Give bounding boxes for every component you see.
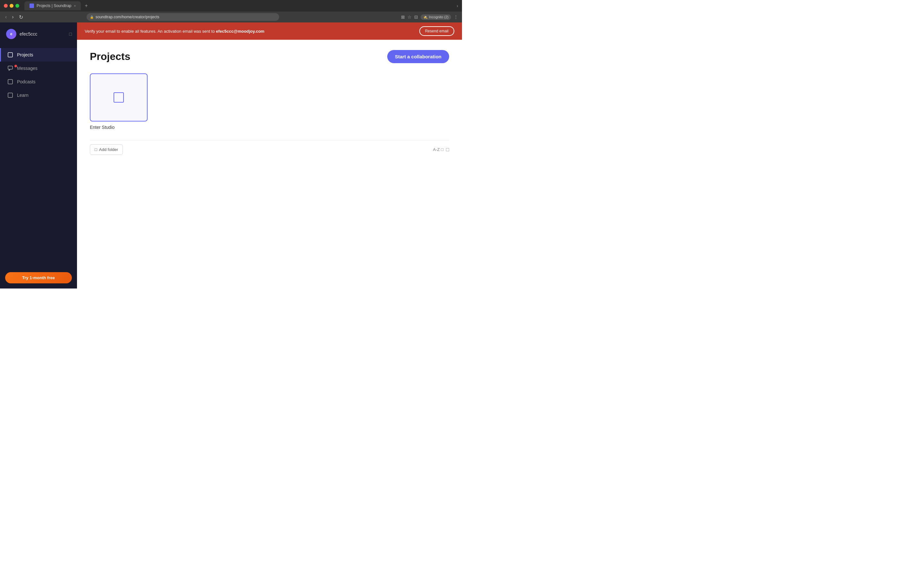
learn-label: Learn	[17, 93, 29, 98]
banner-email: efec5ccc@moodjoy.com	[216, 29, 264, 34]
tab-chevron: ›	[457, 3, 458, 8]
studio-card-label: Enter Studio	[90, 125, 148, 130]
sidebar-item-messages[interactable]: Messages	[0, 61, 77, 75]
page-title: Projects	[90, 51, 130, 63]
browser-chrome: Projects | Soundtrap × + › ‹ › ↻ 🔒 sound…	[0, 0, 462, 23]
incognito-button[interactable]: 🕵 Incognito (2)	[421, 15, 451, 20]
sidebar-toggle-icon[interactable]: □	[69, 31, 72, 37]
sidebar-footer: Try 1-month free	[0, 267, 77, 288]
banner-text: Verify your email to enable all features…	[85, 29, 264, 34]
sort-icon: □	[441, 147, 443, 152]
sort-label[interactable]: A-Z □	[433, 147, 444, 152]
sort-controls: A-Z □ □	[433, 147, 449, 153]
url-text: soundtrap.com/home/creator/projects	[95, 15, 160, 19]
bookmark-icon[interactable]: ☆	[407, 15, 412, 19]
grid-view-icon[interactable]: □	[446, 147, 449, 153]
main-panel: Verify your email to enable all features…	[77, 23, 462, 288]
page-header: Projects Start a collaboration	[90, 50, 449, 63]
main-content: Projects Start a collaboration Enter Stu…	[77, 40, 462, 288]
menu-icon[interactable]: ⋮	[454, 15, 458, 19]
lock-icon: 🔒	[90, 15, 94, 19]
incognito-icon: 🕵	[423, 15, 428, 19]
browser-toolbar: ‹ › ↻ 🔒 soundtrap.com/home/creator/proje…	[0, 11, 462, 23]
tab-title: Projects | Soundtrap	[37, 3, 71, 8]
messages-icon	[7, 65, 13, 71]
minimize-traffic-light[interactable]	[10, 4, 13, 8]
svg-rect-2	[8, 79, 13, 84]
messages-label: Messages	[17, 66, 37, 71]
add-folder-button[interactable]: □ Add folder	[90, 144, 123, 155]
studio-card-thumbnail	[90, 73, 148, 121]
banner-text-before: Verify your email to enable all features…	[85, 29, 215, 34]
username-label: efec5ccc	[19, 31, 37, 37]
resend-email-button[interactable]: Resend email	[419, 26, 454, 36]
incognito-label: Incognito (2)	[429, 15, 449, 19]
forward-button[interactable]: ›	[11, 13, 15, 21]
svg-rect-0	[8, 53, 13, 57]
enter-studio-card[interactable]: Enter Studio	[90, 73, 148, 130]
folder-icon: □	[95, 147, 97, 152]
tab-favicon	[29, 3, 34, 8]
browser-tab[interactable]: Projects | Soundtrap ×	[24, 1, 81, 10]
podcasts-label: Podcasts	[17, 79, 36, 84]
close-traffic-light[interactable]	[4, 4, 8, 8]
add-folder-label: Add folder	[99, 147, 118, 152]
sidebar-header: e efec5ccc □	[0, 23, 77, 45]
tab-close-button[interactable]: ×	[74, 4, 76, 8]
studio-icon	[113, 92, 124, 103]
sidebar-nav: Projects Messages Podcasts Learn	[0, 45, 77, 267]
avatar-initial: e	[10, 32, 13, 36]
reload-button[interactable]: ↻	[18, 13, 24, 21]
svg-rect-3	[8, 93, 13, 97]
start-collaboration-button[interactable]: Start a collaboration	[387, 50, 449, 63]
projects-icon	[7, 52, 13, 58]
maximize-traffic-light[interactable]	[15, 4, 19, 8]
browser-titlebar: Projects | Soundtrap × + ›	[0, 0, 462, 11]
traffic-lights	[4, 4, 19, 8]
email-verification-banner: Verify your email to enable all features…	[77, 23, 462, 40]
sidebar: e efec5ccc □ Projects Messages	[0, 23, 77, 288]
sidebar-item-learn[interactable]: Learn	[0, 89, 77, 102]
app-container: e efec5ccc □ Projects Messages	[0, 23, 462, 288]
try-free-button[interactable]: Try 1-month free	[5, 272, 72, 284]
messages-notification-dot	[15, 65, 17, 67]
projects-toolbar: □ Add folder A-Z □ □	[90, 140, 449, 159]
cast-icon[interactable]: ⊠	[401, 15, 405, 19]
back-button[interactable]: ‹	[4, 13, 8, 21]
address-bar[interactable]: 🔒 soundtrap.com/home/creator/projects	[87, 13, 279, 21]
podcasts-icon	[7, 79, 13, 85]
sidebar-item-projects[interactable]: Projects	[0, 48, 77, 61]
content-inner: Projects Start a collaboration Enter Stu…	[77, 40, 462, 169]
toolbar-actions: ⊠ ☆ ⊟ 🕵 Incognito (2) ⋮	[401, 15, 458, 20]
new-tab-button[interactable]: +	[85, 3, 87, 9]
svg-rect-1	[8, 66, 13, 69]
sort-text: A-Z	[433, 147, 440, 152]
projects-grid: Enter Studio	[90, 73, 449, 130]
sidebar-item-podcasts[interactable]: Podcasts	[0, 75, 77, 89]
learn-icon	[7, 92, 13, 98]
projects-label: Projects	[17, 52, 33, 57]
split-view-icon[interactable]: ⊟	[414, 15, 418, 19]
avatar: e	[6, 29, 16, 39]
